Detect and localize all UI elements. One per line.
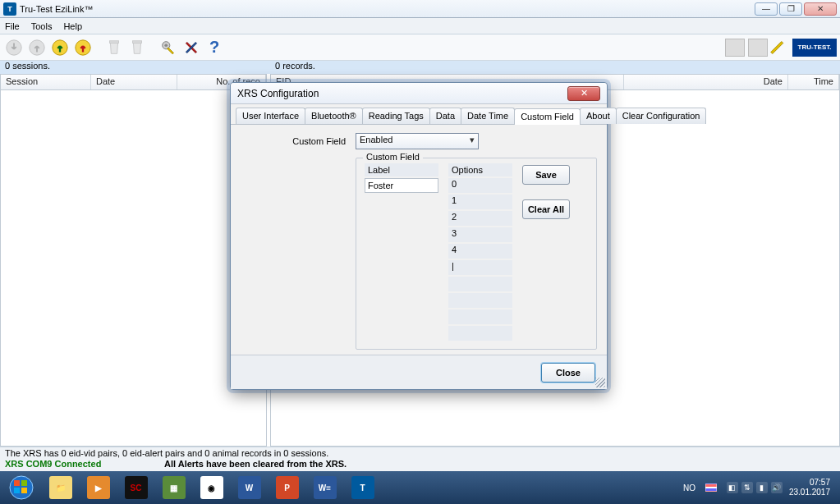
upload-red-icon[interactable] [72,37,94,58]
window-minimize-button[interactable]: — [755,2,778,16]
tb-word[interactable]: W [231,473,268,502]
dialog-body: Custom Field Enabled Custom Field Label … [231,125,607,353]
taskbar: 📁 ▶ SC ▦ ◉ W P W≡ T NO ◧ ⇅ ▮ 🔊 07:57 23.… [0,471,840,504]
tab-bluetooth[interactable]: Bluetooth® [305,108,363,124]
upload-green-icon[interactable] [49,37,71,58]
xrs-config-dialog: XRS Configuration ✕ User Interface Bluet… [230,82,608,390]
col-date[interactable]: Date [91,75,177,89]
option-2[interactable]: 2 [448,211,512,226]
trash1-icon[interactable] [103,37,125,58]
trash2-icon[interactable] [126,37,148,58]
tray-clock[interactable]: 07:57 23.01.2017 [786,478,833,497]
tab-date-time[interactable]: Date Time [461,108,515,124]
tb-chrome[interactable]: ◉ [193,473,230,502]
svg-rect-14 [21,480,27,486]
toolbar: ? TRU-TEST. [0,34,840,61]
col-time[interactable]: Time [788,75,839,89]
sessions-grid-body[interactable] [1,90,266,446]
help-icon[interactable]: ? [204,37,225,58]
close-button[interactable]: Close [541,363,595,383]
sessions-header: Session Date No. of reco [1,75,266,90]
start-button[interactable] [2,473,41,502]
system-tray: NO ◧ ⇅ ▮ 🔊 07:57 23.01.2017 [683,478,838,497]
option-6[interactable] [448,277,512,291]
group-title: Custom Field [363,152,423,162]
col-date2[interactable]: Date [624,75,788,89]
window-close-button[interactable]: ✕ [804,2,837,16]
custom-field-label: Custom Field [241,136,356,146]
brand-logo: TRU-TEST. [792,39,837,57]
clear-all-button[interactable]: Clear All [522,199,570,219]
device1-icon [725,39,745,57]
label-input[interactable] [365,178,438,193]
dialog-close-button[interactable]: ✕ [567,86,600,101]
tb-ezilink[interactable]: T [344,473,381,502]
tray-lang[interactable]: NO [683,483,695,493]
menu-tools[interactable]: Tools [31,21,53,31]
tab-about[interactable]: About [580,108,617,124]
status-row: 0 sessions. 0 records. [0,61,840,74]
menu-help[interactable]: Help [63,21,82,31]
svg-rect-15 [14,488,20,493]
tray-icon-1[interactable]: ◧ [727,482,738,493]
svg-rect-4 [110,40,119,43]
sessions-pane: Session Date No. of reco [0,74,267,447]
tab-data[interactable]: Data [429,108,461,124]
custom-field-group: Custom Field Label Options 0 1 2 3 4 | [356,158,597,350]
svg-rect-11 [771,41,783,53]
dialog-titlebar[interactable]: XRS Configuration ✕ [231,83,607,104]
save-button[interactable]: Save [522,165,570,185]
option-3[interactable]: 3 [448,227,512,242]
menu-file[interactable]: File [5,21,20,31]
svg-rect-13 [14,480,20,486]
svg-rect-8 [168,48,174,54]
tab-custom-field[interactable]: Custom Field [514,108,581,125]
option-1[interactable]: 1 [448,195,512,209]
alert-status: All Alerts have been cleared from the XR… [164,459,347,469]
tray-volume-icon[interactable]: 🔊 [771,482,783,493]
custom-field-select[interactable]: Enabled [356,133,479,149]
tb-powerpoint[interactable]: P [269,473,305,502]
download-grey-icon[interactable] [3,37,25,58]
option-0[interactable]: 0 [448,178,512,193]
main-titlebar: T Tru-Test EziLink™ — ❐ ✕ [0,0,840,18]
stick-reader-icon [769,39,787,57]
window-maximize-button[interactable]: ❐ [779,2,802,16]
option-7[interactable] [448,293,512,308]
resize-grip[interactable] [595,378,605,387]
hdr-label: Label [365,163,438,176]
dialog-tabstrip: User Interface Bluetooth® Reading Tags D… [231,104,607,125]
upload-grey-icon[interactable] [26,37,48,58]
summary-text: The XRS has 0 eid-vid pairs, 0 eid-alert… [0,447,840,459]
col-session[interactable]: Session [1,75,91,89]
tb-media[interactable]: ▶ [80,473,117,502]
tb-word-open[interactable]: W≡ [306,473,343,502]
option-4[interactable]: 4 [448,244,512,259]
svg-rect-5 [133,40,142,43]
tb-sc[interactable]: SC [117,473,154,502]
svg-rect-16 [21,488,27,493]
tab-clear-config[interactable]: Clear Configuration [616,108,707,124]
tab-user-interface[interactable]: User Interface [236,108,305,124]
dialog-footer: Close [231,355,607,389]
records-count: 0 records. [267,61,840,74]
tools-cross-icon[interactable] [181,37,202,58]
tab-reading-tags[interactable]: Reading Tags [362,108,430,124]
flag-icon[interactable] [705,483,717,492]
app-icon: T [3,2,16,16]
device2-icon [748,39,768,57]
gear-wand-icon[interactable] [158,37,179,58]
bottom-status: The XRS has 0 eid-vid pairs, 0 eid-alert… [0,447,840,471]
tray-icon-2[interactable]: ⇅ [741,482,753,493]
tb-explorer[interactable]: 📁 [42,473,79,502]
option-8[interactable] [448,309,512,324]
tray-network-icon[interactable]: ▮ [756,482,768,493]
hdr-options: Options [448,163,512,176]
tb-minecraft[interactable]: ▦ [155,473,192,502]
option-9[interactable] [448,326,512,341]
sessions-count: 0 sessions. [0,61,267,74]
svg-point-7 [164,44,168,47]
option-5[interactable]: | [448,260,512,275]
connection-status: XRS COM9 Connected [0,459,164,469]
menubar: File Tools Help [0,18,840,34]
